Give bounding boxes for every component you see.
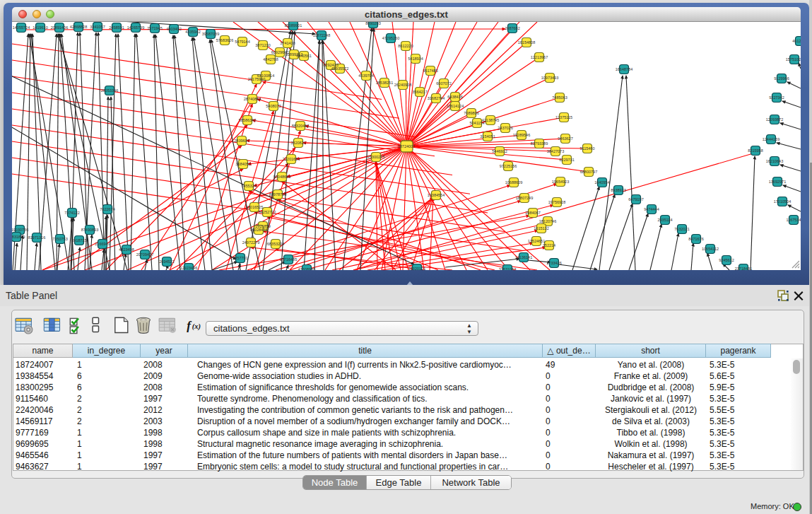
svg-text:9463627: 9463627	[558, 136, 572, 141]
svg-text:24972279: 24972279	[242, 240, 259, 245]
svg-text:12614124: 12614124	[447, 104, 464, 108]
svg-text:14055724: 14055724	[13, 25, 30, 30]
svg-text:6440561: 6440561	[296, 54, 311, 58]
svg-text:18120746: 18120746	[539, 219, 556, 223]
svg-text:20891406: 20891406	[51, 25, 68, 30]
svg-text:57683626: 57683626	[216, 38, 233, 42]
svg-text:(x): (x)	[192, 322, 201, 331]
svg-text:81016525: 81016525	[246, 205, 263, 209]
svg-text:42868828: 42868828	[70, 25, 87, 29]
svg-text:6229731: 6229731	[559, 158, 574, 162]
svg-text:15831819: 15831819	[12, 235, 25, 239]
svg-text:2694522: 2694522	[159, 259, 174, 264]
svg-text:19654923: 19654923	[552, 180, 569, 184]
svg-text:6479197: 6479197	[628, 197, 643, 201]
svg-text:89978790: 89978790	[269, 192, 286, 197]
svg-text:18807249: 18807249	[516, 196, 533, 200]
svg-text:31831063: 31831063	[499, 267, 516, 270]
svg-text:4539704: 4539704	[358, 74, 373, 78]
svg-text:19289546: 19289546	[513, 133, 530, 137]
svg-text:12444159: 12444159	[763, 137, 779, 141]
svg-text:6007072: 6007072	[436, 81, 451, 86]
svg-text:7350753: 7350753	[52, 237, 67, 241]
svg-text:68800797: 68800797	[580, 170, 597, 174]
svg-text:9115460: 9115460	[579, 146, 594, 151]
svg-text:22201654: 22201654	[283, 157, 300, 161]
svg-text:3154051: 3154051	[480, 134, 495, 139]
svg-text:2935114: 2935114	[657, 218, 672, 222]
svg-text:17010504: 17010504	[774, 199, 791, 204]
svg-text:9129966: 9129966	[774, 76, 789, 81]
svg-text:18724007: 18724007	[398, 144, 415, 148]
svg-text:3320821: 3320821	[290, 141, 305, 145]
svg-text:10654112: 10654112	[702, 247, 719, 251]
svg-text:1733426: 1733426	[546, 261, 561, 265]
svg-text:83793389: 83793389	[531, 141, 548, 146]
svg-text:8938923: 8938923	[611, 188, 625, 192]
svg-text:2087682: 2087682	[505, 26, 519, 30]
svg-text:97225156: 97225156	[500, 164, 517, 168]
svg-text:2166941: 2166941	[95, 242, 110, 246]
svg-text:10973493: 10973493	[541, 76, 558, 80]
svg-text:7485063: 7485063	[552, 95, 567, 100]
svg-text:2984067: 2984067	[525, 211, 540, 215]
svg-text:16154808: 16154808	[518, 40, 535, 45]
svg-text:95320121: 95320121	[408, 267, 425, 270]
svg-text:14265799: 14265799	[127, 25, 144, 30]
svg-text:4823498: 4823498	[119, 247, 134, 252]
svg-text:5418934: 5418934	[408, 57, 423, 61]
svg-text:5446912: 5446912	[492, 149, 507, 153]
svg-text:7632021: 7632021	[674, 227, 689, 231]
svg-text:90048665: 90048665	[273, 175, 290, 179]
svg-text:1419610: 1419610	[33, 25, 47, 30]
svg-text:9245612: 9245612	[719, 258, 734, 262]
svg-text:2437026: 2437026	[498, 126, 512, 130]
svg-text:5041154: 5041154	[469, 121, 484, 125]
svg-text:8471676: 8471676	[688, 237, 703, 241]
svg-text:252214: 252214	[543, 243, 555, 247]
svg-text:7455324: 7455324	[241, 184, 256, 188]
svg-text:25300275: 25300275	[367, 155, 384, 159]
svg-text:3741438: 3741438	[280, 41, 295, 45]
svg-text:4903402: 4903402	[166, 27, 181, 31]
svg-text:13692971: 13692971	[769, 180, 786, 184]
svg-text:28053346: 28053346	[101, 88, 118, 93]
svg-text:89089901: 89089901	[285, 23, 302, 28]
svg-text:4612365: 4612365	[792, 39, 801, 43]
svg-text:28740864: 28740864	[244, 97, 261, 101]
svg-text:23718431: 23718431	[735, 267, 752, 270]
svg-text:3564217: 3564217	[412, 90, 427, 94]
svg-text:29175900: 29175900	[248, 77, 265, 81]
svg-text:58586340: 58586340	[239, 118, 256, 122]
svg-text:10872248: 10872248	[313, 33, 330, 37]
svg-text:1615132: 1615132	[534, 226, 548, 230]
svg-text:2571945: 2571945	[147, 26, 162, 30]
svg-text:96028436: 96028436	[250, 228, 267, 232]
svg-text:12213967: 12213967	[531, 55, 548, 59]
svg-text:9227342: 9227342	[769, 95, 784, 100]
svg-text:8612220: 8612220	[398, 44, 413, 48]
svg-text:5479144: 5479144	[235, 40, 249, 44]
svg-text:2839607: 2839607	[234, 139, 249, 143]
svg-text:84252722: 84252722	[259, 210, 276, 214]
svg-text:20709497: 20709497	[136, 252, 153, 257]
svg-text:5408072: 5408072	[266, 104, 281, 108]
svg-text:39587039: 39587039	[202, 32, 219, 36]
svg-text:19384554: 19384554	[428, 193, 445, 197]
svg-text:12923446: 12923446	[180, 266, 197, 270]
svg-text:31682744: 31682744	[428, 96, 445, 100]
svg-text:3871230: 3871230	[255, 43, 270, 47]
svg-text:1640954: 1640954	[594, 180, 609, 185]
svg-text:3341057: 3341057	[90, 25, 105, 29]
svg-text:87490893: 87490893	[81, 228, 98, 232]
svg-text:1167534: 1167534	[786, 218, 801, 222]
svg-text:7374122: 7374122	[64, 211, 79, 215]
svg-text:81971316: 81971316	[28, 235, 45, 240]
svg-text:10688609: 10688609	[505, 180, 522, 185]
svg-text:15716485: 15716485	[280, 257, 297, 262]
svg-text:9857791: 9857791	[233, 256, 247, 260]
svg-text:88320463: 88320463	[292, 124, 309, 128]
svg-text:12093872: 12093872	[766, 117, 783, 122]
svg-text:2458591: 2458591	[109, 25, 124, 30]
svg-text:8090293: 8090293	[365, 22, 380, 25]
